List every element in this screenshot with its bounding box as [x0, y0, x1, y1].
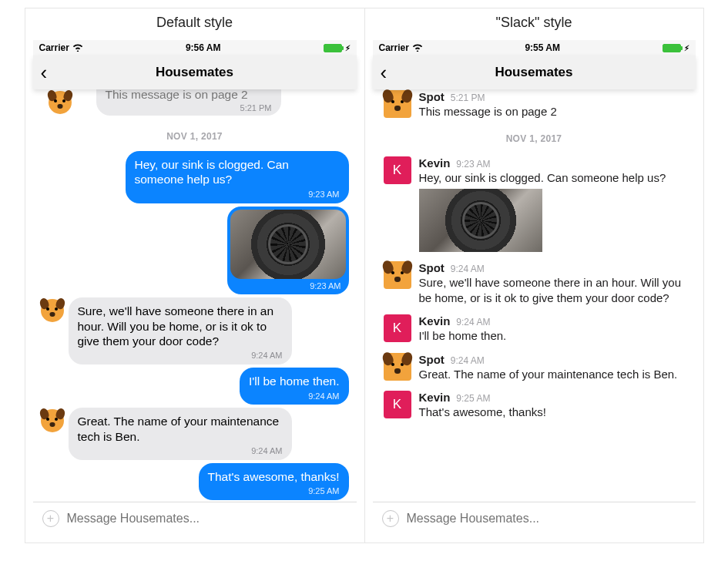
compose-input[interactable]: [67, 512, 347, 526]
comparison-container: Default style Carrier 9:56 AM ⚡︎ ‹ House…: [25, 8, 704, 543]
compose-input[interactable]: [407, 512, 686, 526]
message-text: Hey, our sink is clogged. Can someone he…: [419, 170, 685, 186]
status-time: 9:56 AM: [186, 42, 221, 53]
status-bar: Carrier 9:56 AM ⚡︎: [33, 40, 357, 55]
battery-icon: [663, 44, 681, 52]
message-time: 9:23 AM: [135, 190, 340, 200]
back-button[interactable]: ‹: [41, 62, 48, 82]
message-row: I'll be home then. 9:24 AM: [33, 366, 357, 406]
avatar-spot[interactable]: [384, 90, 411, 118]
nav-title: Housemates: [373, 65, 696, 80]
avatar-kevin[interactable]: K: [384, 314, 411, 342]
avatar-kevin[interactable]: K: [384, 391, 411, 418]
message-row: K Kevin 9:24 AM I'll be home then.: [373, 310, 696, 348]
message-time: 9:25 AM: [456, 393, 490, 404]
panel-slack: "Slack" style Carrier 9:55 AM ⚡︎ ‹ House…: [364, 8, 703, 542]
sink-image[interactable]: [230, 210, 346, 279]
message-text: Sure, we'll have someone there in an hou…: [78, 304, 274, 348]
message-time: 9:23 AM: [456, 159, 490, 170]
status-right: ⚡︎: [324, 44, 351, 52]
message-text: That's awesome, thanks!: [208, 470, 340, 483]
phone-default: Carrier 9:56 AM ⚡︎ ‹ Housemates: [33, 40, 357, 535]
message-text: Great. The name of your maintenance tech…: [78, 415, 280, 442]
message-time: 9:24 AM: [456, 317, 490, 327]
date-separator: NOV 1, 2017: [373, 123, 696, 152]
sender-name: Kevin: [419, 156, 451, 170]
sender-name: Spot: [419, 353, 445, 366]
sender-name: Kevin: [419, 391, 451, 404]
message-bubble[interactable]: Great. The name of your maintenance tech…: [69, 408, 292, 460]
panel-default: Default style Carrier 9:56 AM ⚡︎ ‹ House…: [25, 8, 364, 542]
status-left: Carrier: [39, 42, 83, 54]
message-row: Great. The name of your maintenance tech…: [33, 406, 357, 462]
message-row: Spot 9:24 AM Great. The name of your mai…: [373, 348, 696, 387]
message-row: Spot 9:24 AM Sure, we'll have someone th…: [373, 257, 696, 310]
message-time: 9:24 AM: [249, 391, 340, 402]
message-text: I'll be home then.: [419, 328, 685, 344]
sink-image[interactable]: [419, 189, 542, 252]
chat-scroll-default[interactable]: This message is on page 2 5:21 PM NOV 1,…: [33, 89, 357, 502]
message-row: Hey, our sink is clogged. Can someone he…: [33, 149, 357, 205]
avatar-spot[interactable]: [384, 261, 411, 289]
charging-icon: ⚡︎: [684, 44, 689, 52]
nav-bar: ‹ Housemates: [373, 55, 696, 89]
date-separator: NOV 1, 2017: [33, 120, 357, 149]
message-bubble-cut: This message is on page 2 5:21 PM: [96, 89, 281, 116]
avatar-spot: [49, 91, 72, 114]
message-row: K Kevin 9:25 AM That's awesome, thanks!: [373, 386, 696, 425]
message-row: Spot 5:21 PM This message is on page 2: [373, 90, 696, 123]
message-row: That's awesome, thanks! 9:25 AM: [33, 462, 357, 502]
message-text: This message is on page 2: [419, 104, 685, 119]
charging-icon: ⚡︎: [345, 44, 351, 52]
message-time: 5:21 PM: [451, 92, 485, 103]
message-time: 9:24 AM: [78, 446, 283, 457]
attach-button[interactable]: +: [42, 510, 59, 527]
attach-button[interactable]: +: [382, 510, 399, 527]
message-time: 9:24 AM: [78, 351, 283, 361]
panel-title-slack: "Slack" style: [365, 8, 703, 40]
message-text: Sure, we'll have someone there in an hou…: [419, 275, 685, 305]
panel-title-default: Default style: [25, 8, 364, 40]
message-bubble[interactable]: Hey, our sink is clogged. Can someone he…: [126, 151, 349, 203]
avatar-spot[interactable]: [41, 409, 64, 432]
status-time: 9:55 AM: [525, 42, 560, 53]
message-time: 9:25 AM: [208, 486, 340, 497]
sender-name: Kevin: [419, 314, 451, 327]
status-right: ⚡︎: [663, 44, 689, 52]
avatar-spot[interactable]: [41, 299, 64, 322]
chat-scroll-slack[interactable]: Spot 5:21 PM This message is on page 2 N…: [373, 89, 696, 502]
message-text: Hey, our sink is clogged. Can someone he…: [135, 158, 289, 186]
composer: +: [33, 502, 357, 535]
message-bubble[interactable]: That's awesome, thanks! 9:25 AM: [199, 463, 349, 500]
carrier-label: Carrier: [39, 42, 69, 53]
avatar-spot[interactable]: [384, 353, 411, 381]
phone-slack: Carrier 9:55 AM ⚡︎ ‹ Housemates: [373, 40, 696, 535]
status-bar: Carrier 9:55 AM ⚡︎: [373, 40, 696, 55]
avatar-kevin[interactable]: K: [384, 156, 411, 184]
message-time: 9:23 AM: [230, 281, 346, 292]
sender-name: Spot: [419, 261, 445, 274]
message-bubble[interactable]: I'll be home then. 9:24 AM: [240, 368, 349, 405]
message-time: 5:21 PM: [106, 103, 272, 113]
message-text: I'll be home then.: [249, 375, 340, 388]
battery-icon: [324, 44, 342, 52]
message-bubble[interactable]: Sure, we'll have someone there in an hou…: [69, 297, 292, 364]
message-row: Sure, we'll have someone there in an hou…: [33, 296, 357, 366]
wifi-icon: [72, 42, 83, 54]
message-bubble-image[interactable]: 9:23 AM: [227, 207, 349, 295]
nav-bar: ‹ Housemates: [33, 55, 357, 89]
nav-title: Housemates: [33, 65, 357, 80]
message-text: That's awesome, thanks!: [419, 405, 685, 420]
status-left: Carrier: [379, 42, 423, 54]
back-button[interactable]: ‹: [381, 62, 387, 82]
wifi-icon: [412, 42, 423, 54]
message-text: Great. The name of your maintenance tech…: [419, 367, 685, 382]
message-row: K Kevin 9:23 AM Hey, our sink is clogged…: [373, 152, 696, 257]
composer: +: [373, 502, 696, 535]
message-text: This message is on page 2: [106, 89, 248, 101]
message-row: 9:23 AM: [33, 205, 357, 297]
carrier-label: Carrier: [379, 42, 409, 53]
message-time: 9:24 AM: [451, 264, 485, 274]
message-time: 9:24 AM: [451, 355, 485, 366]
sender-name: Spot: [419, 90, 445, 103]
